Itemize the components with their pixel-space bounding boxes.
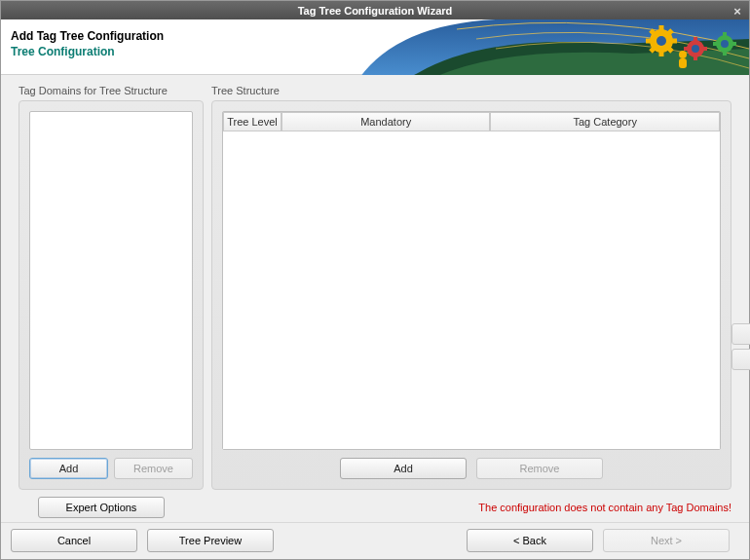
tag-domains-remove-label: Remove bbox=[133, 463, 173, 474]
header-title: Add Tag Tree Configuration bbox=[11, 29, 164, 43]
below-row: Expert Options The configuration does no… bbox=[1, 496, 749, 522]
next-button: Next > bbox=[603, 529, 730, 552]
move-down-button[interactable] bbox=[731, 349, 750, 370]
col-tag-category[interactable]: Tag Category bbox=[490, 112, 720, 131]
tree-structure-table[interactable]: Tree Level Mandatory Tag Category bbox=[222, 111, 721, 450]
tag-domains-remove-button: Remove bbox=[114, 458, 193, 479]
svg-point-11 bbox=[692, 45, 699, 53]
svg-line-7 bbox=[651, 48, 655, 52]
expert-options-label: Expert Options bbox=[66, 502, 137, 513]
svg-line-8 bbox=[668, 30, 672, 34]
cancel-button[interactable]: Cancel bbox=[11, 529, 137, 552]
cancel-label: Cancel bbox=[57, 535, 91, 546]
tree-preview-label: Tree Preview bbox=[179, 535, 242, 546]
next-label: Next > bbox=[651, 535, 682, 546]
tag-domains-group: Tag Domains for Tree Structure Add Remov… bbox=[19, 85, 204, 490]
tag-domains-frame: Add Remove bbox=[19, 100, 204, 490]
svg-line-6 bbox=[668, 48, 672, 52]
tree-add-label: Add bbox=[394, 463, 413, 474]
tree-structure-buttons: Add Remove bbox=[222, 458, 721, 479]
svg-rect-23 bbox=[679, 58, 687, 68]
col-tree-level[interactable]: Tree Level bbox=[223, 112, 281, 131]
tree-remove-label: Remove bbox=[520, 463, 560, 474]
wizard-footer: Cancel Tree Preview < Back Next > bbox=[1, 522, 749, 559]
tree-add-button[interactable]: Add bbox=[340, 458, 467, 479]
table-header: Tree Level Mandatory Tag Category bbox=[223, 112, 720, 131]
tag-domains-label: Tag Domains for Tree Structure bbox=[19, 85, 204, 96]
header-text: Add Tag Tree Configuration Tree Configur… bbox=[11, 29, 164, 58]
tag-domains-add-label: Add bbox=[59, 463, 79, 474]
header-subtitle: Tree Configuration bbox=[11, 45, 164, 58]
tree-structure-label: Tree Structure bbox=[211, 85, 731, 96]
svg-line-9 bbox=[651, 30, 655, 34]
move-up-button[interactable] bbox=[731, 323, 750, 345]
tree-structure-group: Tree Structure Tree Level Mandatory Tag … bbox=[211, 85, 731, 490]
header-art bbox=[359, 19, 749, 78]
expert-options-button[interactable]: Expert Options bbox=[38, 497, 165, 518]
content-area: Tag Domains for Tree Structure Add Remov… bbox=[1, 75, 749, 496]
tree-remove-button: Remove bbox=[476, 458, 603, 479]
back-label: < Back bbox=[513, 535, 546, 546]
tag-domains-buttons: Add Remove bbox=[29, 458, 193, 479]
tag-domains-listbox[interactable] bbox=[29, 111, 193, 450]
wizard-header: Add Tag Tree Configuration Tree Configur… bbox=[1, 19, 749, 75]
close-icon[interactable]: × bbox=[730, 3, 745, 19]
wizard-window: Tag Tree Configuration Wizard × Add Tag … bbox=[0, 0, 750, 560]
svg-point-22 bbox=[679, 51, 687, 58]
svg-point-1 bbox=[656, 36, 666, 46]
tree-structure-frame: Tree Level Mandatory Tag Category Add Re… bbox=[211, 100, 731, 490]
window-title: Tag Tree Configuration Wizard bbox=[298, 5, 453, 17]
col-mandatory[interactable]: Mandatory bbox=[281, 112, 490, 131]
reorder-buttons bbox=[731, 323, 747, 370]
titlebar: Tag Tree Configuration Wizard × bbox=[1, 1, 749, 19]
tree-preview-button[interactable]: Tree Preview bbox=[147, 529, 274, 552]
tag-domains-add-button[interactable]: Add bbox=[29, 458, 108, 479]
svg-point-17 bbox=[721, 40, 729, 48]
back-button[interactable]: < Back bbox=[467, 529, 593, 552]
warning-text: The configuration does not contain any T… bbox=[478, 502, 731, 513]
table-body[interactable] bbox=[223, 131, 720, 449]
